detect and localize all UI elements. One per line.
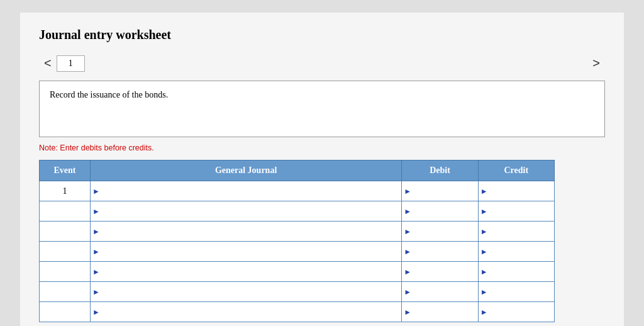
table-row-journal-2[interactable]: ► bbox=[90, 222, 401, 242]
tab-number[interactable]: 1 bbox=[57, 55, 85, 72]
prev-arrow[interactable]: < bbox=[39, 53, 57, 73]
header-credit: Credit bbox=[478, 160, 554, 181]
header-general-journal: General Journal bbox=[90, 160, 401, 181]
table-row-event-4 bbox=[40, 262, 91, 282]
description-box: Record the issuance of the bonds. bbox=[39, 81, 605, 137]
table-row-debit-2[interactable]: ► bbox=[402, 222, 478, 242]
table-row-event-1 bbox=[40, 201, 91, 222]
table-row-credit-5[interactable]: ► bbox=[478, 282, 554, 302]
table-row-journal-1[interactable]: ► bbox=[90, 201, 401, 222]
table-row-debit-0[interactable]: ► bbox=[402, 181, 478, 201]
description-text: Record the issuance of the bonds. bbox=[50, 90, 168, 99]
page-title: Journal entry worksheet bbox=[39, 28, 605, 42]
table-row-credit-2[interactable]: ► bbox=[478, 222, 554, 242]
table-row-debit-1[interactable]: ► bbox=[402, 201, 478, 222]
table-row-credit-6[interactable]: ► bbox=[478, 302, 554, 322]
page-container: Journal entry worksheet < 1 > Record the… bbox=[20, 13, 624, 326]
header-debit: Debit bbox=[402, 160, 478, 181]
header-event: Event bbox=[40, 160, 91, 181]
table-row-journal-5[interactable]: ► bbox=[90, 282, 401, 302]
journal-table: Event General Journal Debit Credit 1►►►►… bbox=[39, 160, 555, 322]
note-text: Note: Enter debits before credits. bbox=[39, 143, 605, 152]
table-row-event-5 bbox=[40, 282, 91, 302]
table-row-debit-6[interactable]: ► bbox=[402, 302, 478, 322]
table-row-journal-6[interactable]: ► bbox=[90, 302, 401, 322]
table-row-journal-4[interactable]: ► bbox=[90, 262, 401, 282]
table-row-credit-3[interactable]: ► bbox=[478, 242, 554, 262]
table-row-event-6 bbox=[40, 302, 91, 322]
next-arrow[interactable]: > bbox=[587, 53, 605, 73]
table-row-credit-1[interactable]: ► bbox=[478, 201, 554, 222]
table-row-journal-0[interactable]: ► bbox=[90, 181, 401, 201]
table-row-journal-3[interactable]: ► bbox=[90, 242, 401, 262]
table-row-debit-4[interactable]: ► bbox=[402, 262, 478, 282]
nav-row: < 1 > bbox=[39, 53, 605, 73]
table-row-debit-5[interactable]: ► bbox=[402, 282, 478, 302]
table-row-event-3 bbox=[40, 242, 91, 262]
table-row-debit-3[interactable]: ► bbox=[402, 242, 478, 262]
table-row-event-0: 1 bbox=[40, 181, 91, 201]
table-row-event-2 bbox=[40, 222, 91, 242]
table-row-credit-0[interactable]: ► bbox=[478, 181, 554, 201]
table-row-credit-4[interactable]: ► bbox=[478, 262, 554, 282]
